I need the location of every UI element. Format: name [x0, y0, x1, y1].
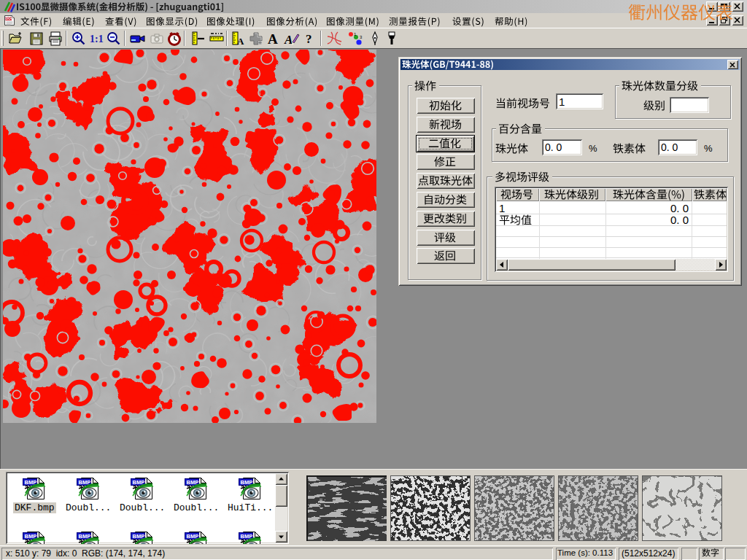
svg-text:DOC: DOC [6, 17, 14, 20]
svg-text:A: A [284, 33, 293, 47]
svg-text:A: A [237, 36, 244, 47]
svg-text:?: ? [306, 32, 312, 46]
svg-text:A: A [268, 31, 278, 47]
svg-text:3: 3 [360, 35, 363, 39]
svg-text:1:1: 1:1 [90, 34, 104, 44]
